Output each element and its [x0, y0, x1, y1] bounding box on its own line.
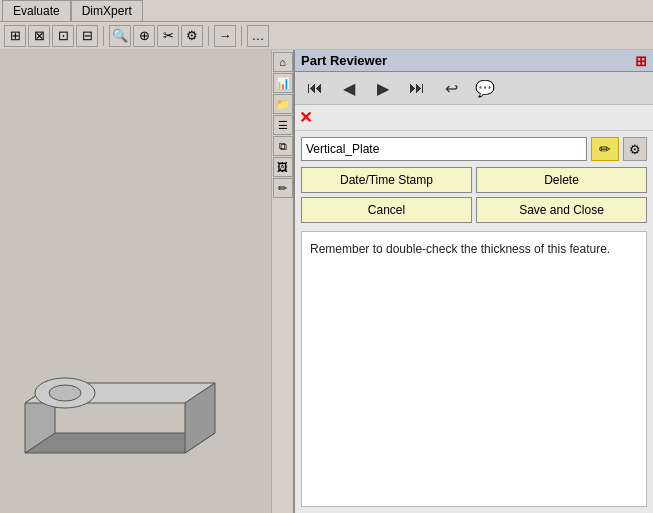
side-btn-layers[interactable]: ⧉ — [273, 136, 293, 156]
note-text: Remember to double-check the thickness o… — [310, 242, 610, 256]
nav-back-button[interactable]: ↩ — [437, 76, 465, 100]
side-btn-edit[interactable]: ✏ — [273, 178, 293, 198]
toolbar-sep-1 — [103, 26, 104, 46]
svg-point-5 — [49, 385, 81, 401]
toolbar-btn-tool1[interactable]: ✂ — [157, 25, 179, 47]
nav-last-button[interactable]: ⏭ — [403, 76, 431, 100]
nav-toolbar: ⏮ ◀ ▶ ⏭ ↩ 💬 — [295, 72, 653, 105]
toolbar-btn-tool2[interactable]: ⚙ — [181, 25, 203, 47]
toolbar-btn-zoom1[interactable]: 🔍 — [109, 25, 131, 47]
save-close-button[interactable]: Save and Close — [476, 197, 647, 223]
side-toolbar: ⌂ 📊 📁 ☰ ⧉ 🖼 ✏ — [271, 50, 293, 513]
reviewer-title-text: Part Reviewer — [301, 53, 387, 68]
cancel-button[interactable]: Cancel — [301, 197, 472, 223]
date-stamp-button[interactable]: Date/Time Stamp — [301, 167, 472, 193]
main-area: ⌂ 📊 📁 ☰ ⧉ 🖼 ✏ Part Reviewer ⊞ ⏮ ◀ ▶ ⏭ ↩ … — [0, 50, 653, 513]
toolbar-btn-1[interactable]: ⊞ — [4, 25, 26, 47]
tab-evaluate[interactable]: Evaluate — [2, 0, 71, 21]
main-toolbar: ⊞ ⊠ ⊡ ⊟ 🔍 ⊕ ✂ ⚙ → … — [0, 22, 653, 50]
toolbar-sep-3 — [241, 26, 242, 46]
toolbar-btn-zoom2[interactable]: ⊕ — [133, 25, 155, 47]
red-x-container: ✕ — [295, 105, 653, 131]
side-btn-folder[interactable]: 📁 — [273, 94, 293, 114]
side-btn-chart[interactable]: 📊 — [273, 73, 293, 93]
3d-shape-area — [5, 323, 235, 483]
nav-next-button[interactable]: ▶ — [369, 76, 397, 100]
toolbar-btn-4[interactable]: ⊟ — [76, 25, 98, 47]
side-btn-list[interactable]: ☰ — [273, 115, 293, 135]
note-area: Remember to double-check the thickness o… — [301, 231, 647, 507]
btn-row-2: Cancel Save and Close — [295, 195, 653, 225]
toolbar-btn-arrow[interactable]: → — [214, 25, 236, 47]
nav-comment-button[interactable]: 💬 — [471, 76, 499, 100]
reviewer-close-button[interactable]: ⊞ — [635, 53, 647, 69]
delete-button[interactable]: Delete — [476, 167, 647, 193]
pencil-edit-button[interactable]: ✏ — [591, 137, 619, 161]
close-x-button[interactable]: ✕ — [299, 108, 312, 127]
toolbar-btn-more[interactable]: … — [247, 25, 269, 47]
nav-prev-button[interactable]: ◀ — [335, 76, 363, 100]
toolbar-btn-3[interactable]: ⊡ — [52, 25, 74, 47]
toolbar-sep-2 — [208, 26, 209, 46]
pencil-icon: ✏ — [599, 141, 611, 157]
settings-icon: ⚙ — [629, 142, 641, 157]
name-row: ✏ ⚙ — [295, 131, 653, 165]
toolbar-btn-2[interactable]: ⊠ — [28, 25, 50, 47]
cad-panel: ⌂ 📊 📁 ☰ ⧉ 🖼 ✏ — [0, 50, 295, 513]
tab-dimxpert[interactable]: DimXpert — [71, 0, 143, 21]
side-btn-image[interactable]: 🖼 — [273, 157, 293, 177]
btn-row-1: Date/Time Stamp Delete — [295, 165, 653, 195]
reviewer-panel: Part Reviewer ⊞ ⏮ ◀ ▶ ⏭ ↩ 💬 ✕ ✏ ⚙ — [295, 50, 653, 513]
nav-first-button[interactable]: ⏮ — [301, 76, 329, 100]
3d-shape-svg — [5, 323, 235, 483]
reviewer-title-bar: Part Reviewer ⊞ — [295, 50, 653, 72]
name-input[interactable] — [301, 137, 587, 161]
side-btn-home[interactable]: ⌂ — [273, 52, 293, 72]
settings-button[interactable]: ⚙ — [623, 137, 647, 161]
tab-bar: Evaluate DimXpert — [0, 0, 653, 22]
